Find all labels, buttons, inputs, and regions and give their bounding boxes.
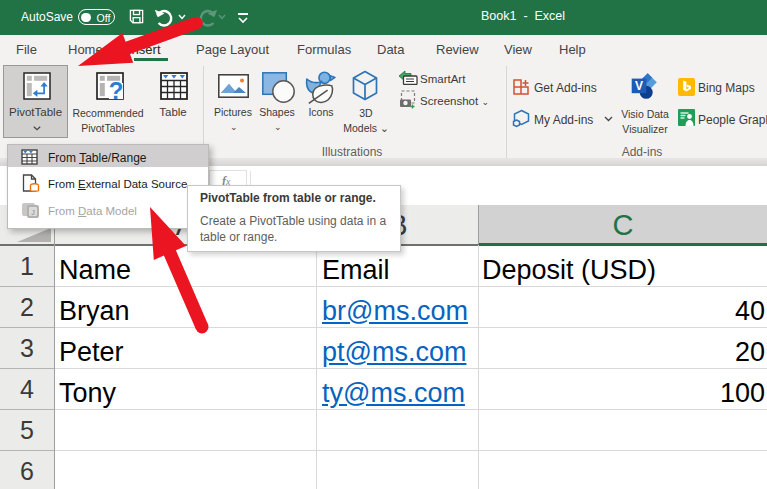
svg-text:J: J — [31, 209, 35, 216]
svg-text:V: V — [635, 79, 643, 93]
svg-text:?: ? — [109, 77, 124, 102]
